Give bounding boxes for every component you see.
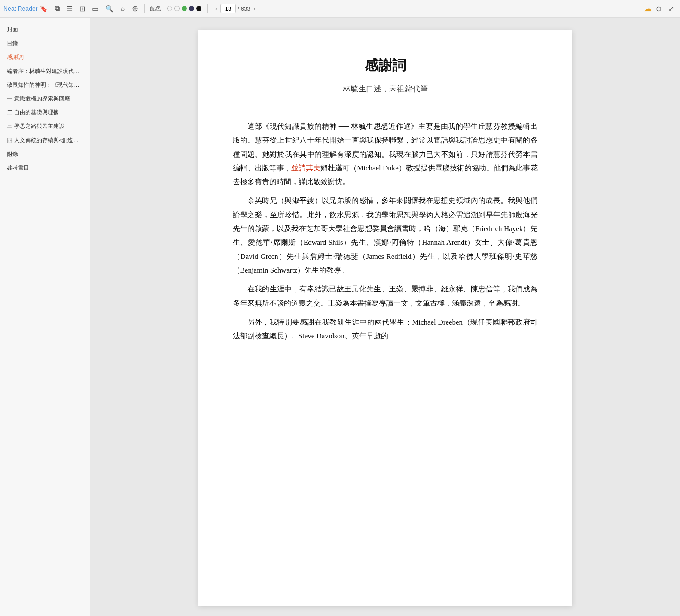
menu-icon[interactable]: ☰ xyxy=(64,3,75,15)
color-dot-empty2[interactable] xyxy=(174,6,180,11)
chapter-subtitle: 林毓生口述，宋祖錦代筆 xyxy=(233,84,538,94)
separator1 xyxy=(144,4,145,13)
color-options xyxy=(167,6,201,11)
total-pages: 633 xyxy=(241,6,250,12)
next-page-button[interactable]: › xyxy=(252,4,257,13)
page-number-input[interactable] xyxy=(220,4,236,13)
color-dot-empty1[interactable] xyxy=(167,6,172,11)
cloud-icon[interactable]: ☁ xyxy=(644,4,652,13)
search-icon[interactable]: 🔍 xyxy=(103,3,116,15)
fullscreen-icon[interactable]: ⤢ xyxy=(666,3,677,15)
prev-page-button[interactable]: ‹ xyxy=(213,4,219,13)
copy-icon[interactable]: ⧉ xyxy=(52,3,62,14)
page-separator: / xyxy=(238,6,239,12)
search2-icon[interactable]: ⌕ xyxy=(118,3,128,14)
chapter-title: 感謝詞 xyxy=(233,56,538,75)
book-page: 感謝詞 林毓生口述，宋祖錦代筆 這部《現代知識貴族的精神 ── 林毓生思想近作選… xyxy=(198,30,572,606)
color-label: 配色 xyxy=(150,5,161,12)
sidebar-item-culture[interactable]: 四 人文傳統的存續與<創造性轉化> xyxy=(0,134,90,147)
sidebar: 封面 目錄 感謝詞 編者序：林毓生對建設現代中國政治及... 敬畏知性的神明：《… xyxy=(0,18,90,616)
sidebar-item-toc[interactable]: 目錄 xyxy=(0,36,90,50)
paragraph-4: 另外，我特別要感謝在我教研生涯中的兩代學生：Michael Dreeben（現任… xyxy=(233,316,538,343)
sidebar-item-acknowledgments[interactable]: 感謝詞 xyxy=(0,50,90,64)
paragraph-1: 這部《現代知識貴族的精神 ── 林毓生思想近作選》主要是由我的學生丘慧芬教授編輯… xyxy=(233,120,538,189)
bookmark-icon[interactable]: 🔖 xyxy=(40,5,47,12)
grid-icon[interactable]: ⊞ xyxy=(77,3,88,15)
pagination: ‹ / 633 › xyxy=(213,4,257,13)
app-brand: Neat Reader 🔖 xyxy=(3,5,47,12)
zoom-icon[interactable]: ⊕ xyxy=(653,3,664,15)
sidebar-item-appendix[interactable]: 附錄 xyxy=(0,147,90,161)
sidebar-item-freedom[interactable]: 二 自由的基礎與理據 xyxy=(0,106,90,119)
color-dot-darkblue[interactable] xyxy=(189,6,194,11)
paragraph-3: 在我的生涯中，有幸結識已故王元化先生、王焱、嚴搏非、錢永祥、陳忠信等，我們成為多… xyxy=(233,282,538,310)
sidebar-item-cover[interactable]: 封面 xyxy=(0,23,90,36)
book-content: 這部《現代知識貴族的精神 ── 林毓生思想近作選》主要是由我的學生丘慧芬教授編輯… xyxy=(233,120,538,343)
separator2 xyxy=(207,4,208,13)
toolbar: Neat Reader 🔖 ⧉ ☰ ⊞ ▭ 🔍 ⌕ ⊕ 配色 ‹ / 633 ›… xyxy=(0,0,680,18)
main-layout: 封面 目錄 感謝詞 編者序：林毓生對建設現代中國政治及... 敬畏知性的神明：《… xyxy=(0,18,680,616)
color-dot-green[interactable] xyxy=(182,6,187,11)
toolbar-right: ☁ ⊕ ⤢ xyxy=(644,3,677,15)
app-name: Neat Reader xyxy=(3,5,37,12)
sidebar-item-intellect-myth[interactable]: 敬畏知性的神明：《現代知識貴族的精... xyxy=(0,78,90,92)
doc-icon[interactable]: ▭ xyxy=(89,3,101,15)
color-dot-black[interactable] xyxy=(196,6,201,11)
sidebar-item-bibliography[interactable]: 參考書目 xyxy=(0,161,90,175)
highlighted-text: 並請其夫 xyxy=(291,164,320,172)
sidebar-item-editor-note[interactable]: 編者序：林毓生對建設現代中國政治及... xyxy=(0,64,90,78)
paragraph-2: 余英時兄（與淑平嫂）以兄弟般的感情，多年來關懷我在思想史領域內的成長。我與他們論… xyxy=(233,194,538,277)
sidebar-item-crisis[interactable]: 一 意識危機的探索與回應 xyxy=(0,92,90,106)
content-area: 感謝詞 林毓生口述，宋祖錦代筆 這部《現代知識貴族的精神 ── 林毓生思想近作選… xyxy=(90,18,680,616)
add-icon[interactable]: ⊕ xyxy=(129,2,141,15)
sidebar-item-learning[interactable]: 三 學思之路與民主建設 xyxy=(0,119,90,133)
